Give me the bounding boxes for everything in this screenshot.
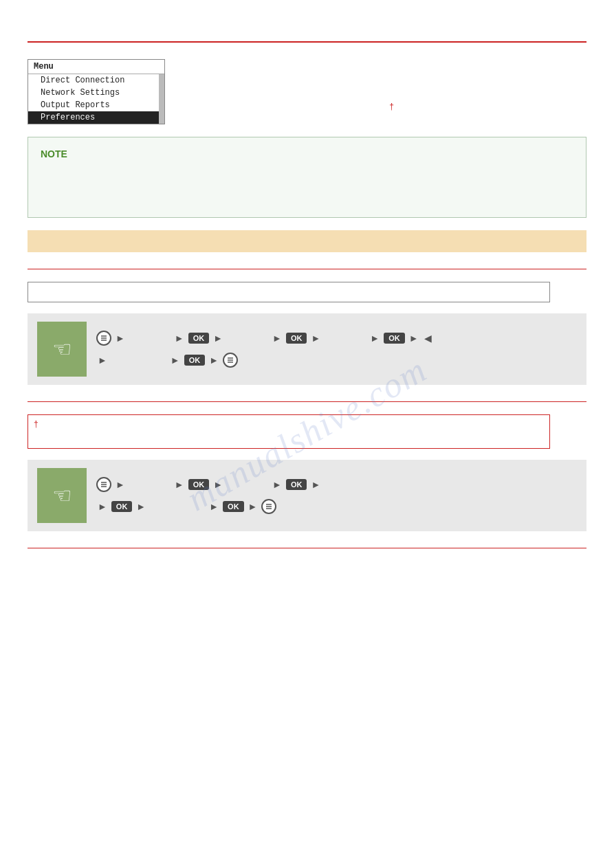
arrow-18: ► — [209, 501, 219, 512]
section2-dagger: † — [34, 419, 39, 429]
ok-btn-5[interactable]: OK — [188, 479, 210, 490]
top-dagger: † — [389, 102, 394, 111]
menu-item-direct-connection[interactable]: Direct Connection — [28, 74, 164, 87]
arrow-19: ► — [248, 501, 258, 512]
arrow-9: ► — [171, 355, 180, 366]
menu-key-icon-1 — [96, 331, 111, 346]
bottom-divider — [28, 548, 586, 548]
arrow-17: ► — [136, 501, 146, 512]
menu-key-icon-3 — [96, 477, 111, 492]
note-box: NOTE — [28, 137, 586, 218]
step-row-1-1: ► ► OK ► ► OK ► ► OK ► ◀ — [96, 331, 577, 346]
ok-btn-2[interactable]: OK — [286, 333, 307, 344]
note-content — [41, 165, 573, 206]
tan-bar — [28, 230, 586, 252]
step-sequence-1: ► ► OK ► ► OK ► ► OK ► ◀ ► ► OK ► — [96, 331, 577, 368]
menu-item-output-reports[interactable]: Output Reports — [28, 99, 164, 111]
menu-scrollbar — [159, 74, 164, 124]
arrow-8: ► — [98, 355, 107, 366]
ok-btn-8[interactable]: OK — [223, 501, 244, 512]
arrow-1: ► — [116, 333, 125, 344]
arrow-5: ► — [311, 333, 320, 344]
arrow-14: ► — [272, 479, 282, 490]
arrow-2: ► — [175, 333, 184, 344]
arrow-left-1: ◀ — [424, 333, 432, 344]
note-label: NOTE — [41, 148, 573, 159]
section2-step-area: ☜ ► ► OK ► ► OK ► — [28, 460, 586, 531]
arrow-10: ► — [209, 355, 219, 366]
arrow-11: ► — [116, 479, 125, 490]
menu-key-icon-2 — [223, 353, 238, 368]
hand-icon-2: ☜ — [52, 482, 72, 509]
ok-btn-4[interactable]: OK — [184, 355, 206, 366]
menu-key-icon-4 — [261, 499, 276, 514]
step-row-1-2: ► ► OK ► — [96, 353, 577, 368]
menu-title: Menu — [28, 60, 164, 74]
ok-btn-6[interactable]: OK — [286, 479, 307, 490]
ok-btn-7[interactable]: OK — [111, 501, 133, 512]
arrow-4: ► — [272, 333, 282, 344]
arrow-12: ► — [175, 479, 184, 490]
section1-step-area: ☜ ► ► OK ► ► OK ► — [28, 313, 586, 385]
arrow-7: ► — [409, 333, 419, 344]
section1-divider — [28, 269, 586, 269]
arrow-6: ► — [370, 333, 380, 344]
step-row-2-2: ► OK ► ► OK ► — [96, 499, 577, 514]
ok-btn-3[interactable]: OK — [384, 333, 405, 344]
hand-icon-box-1: ☜ — [37, 322, 87, 377]
hand-icon-1: ☜ — [52, 336, 72, 362]
top-divider — [28, 41, 586, 43]
arrow-13: ► — [213, 479, 223, 490]
arrow-3: ► — [213, 333, 223, 344]
arrow-15: ► — [311, 479, 320, 490]
section1-input[interactable] — [28, 282, 550, 302]
menu-item-preferences[interactable]: Preferences — [28, 111, 164, 124]
section2-divider — [28, 401, 586, 402]
step-row-2-1: ► ► OK ► ► OK ► — [96, 477, 577, 492]
step-sequence-2: ► ► OK ► ► OK ► ► OK ► ► OK ► — [96, 477, 577, 514]
menu-item-network-settings[interactable]: Network Settings — [28, 87, 164, 99]
hand-icon-box-2: ☜ — [37, 468, 87, 523]
ok-btn-1[interactable]: OK — [188, 333, 210, 344]
section2-input[interactable]: † — [28, 414, 550, 449]
menu-box: Menu Direct Connection Network Settings … — [28, 59, 165, 124]
arrow-16: ► — [98, 501, 107, 512]
menu-screenshot: Menu Direct Connection Network Settings … — [28, 59, 165, 137]
